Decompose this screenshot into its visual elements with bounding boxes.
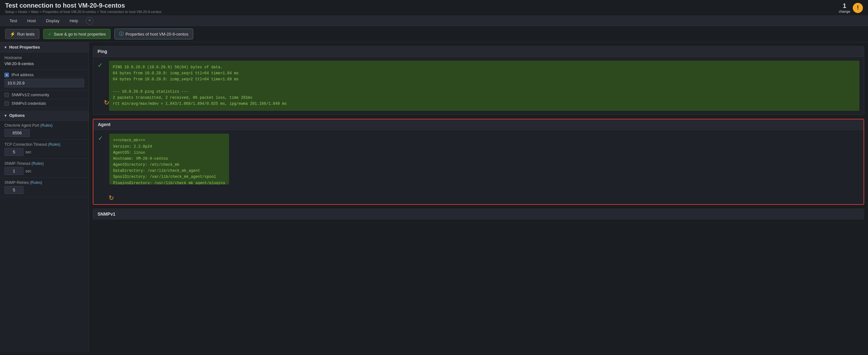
run-tests-button[interactable]: ⚡ Run tests <box>5 29 39 39</box>
snmpv3-row: SNMPv3 credentials <box>0 99 89 108</box>
lightning-icon: ⚡ <box>10 31 15 36</box>
snmp-timeout-group: SNMP-Timeout (Rules) sec <box>0 159 89 178</box>
ping-header: Ping <box>93 46 864 57</box>
agent-output: <<<check_mk>>> Version: 2.2.0p24 AgentOS… <box>109 134 229 185</box>
toolbar: ⚡ Run tests ✓ Save & go to host properti… <box>0 26 868 42</box>
snmp-timeout-input[interactable] <box>4 167 24 175</box>
host-properties-header: ▼ Host Properties <box>0 42 89 53</box>
tcp-timeout-group: TCP Connection Timeout (Rules) sec <box>0 140 89 159</box>
hostname-group: Hostname VM-20-9-centos <box>0 53 89 69</box>
tcp-timeout-rules-link[interactable]: (Rules) <box>48 142 60 147</box>
agent-section: Agent ✓ <<<check_mk>>> Version: 2.2.0p24… <box>93 119 864 205</box>
ipv4-label: IPv4 address <box>11 73 34 77</box>
snmpv3-label: SNMPv3 credentials <box>11 101 46 106</box>
checkmk-port-value-group <box>4 129 84 137</box>
snmp-retries-input[interactable] <box>4 186 24 194</box>
menu-host[interactable]: Host <box>23 16 40 26</box>
snmp-retries-group: SNMP-Retries (Rules) <box>0 178 89 197</box>
snmpv12-checkbox[interactable] <box>4 93 9 97</box>
snmp-timeout-value-group: sec <box>4 167 84 175</box>
menu-bar: Test Host Display Help ^ <box>0 16 868 26</box>
ipv4-group: ✕ IPv4 address <box>0 69 89 91</box>
alert-icon[interactable]: ! <box>853 3 863 13</box>
check-icon-save: ✓ <box>48 31 52 36</box>
top-bar-left: Test connection to host VM-20-9-centos S… <box>5 2 161 14</box>
checkmk-port-label: Checkmk Agent Port (Rules) <box>4 123 84 128</box>
snmp-retries-rules-link[interactable]: (Rules) <box>30 180 42 185</box>
main-content: ▼ Host Properties Hostname VM-20-9-cento… <box>0 42 868 353</box>
agent-reload-icon: ↻ <box>108 194 116 202</box>
tcp-timeout-input[interactable] <box>4 148 24 156</box>
change-label: change <box>839 9 850 13</box>
menu-help[interactable]: Help <box>65 16 83 26</box>
snmp-timeout-label: SNMP-Timeout (Rules) <box>4 161 84 166</box>
snmpv12-label: SNMPv1/2 community <box>11 93 49 97</box>
up-arrow-icon[interactable]: ^ <box>86 17 93 25</box>
top-bar-right: 1 change ! <box>839 2 863 13</box>
tcp-timeout-value-group: sec <box>4 148 84 156</box>
change-badge: 1 change <box>839 2 850 13</box>
snmpv3-checkbox[interactable] <box>4 101 9 106</box>
ping-section: Ping ✓ PING 10.0.20.9 (10.0.20.9) 56(84)… <box>93 46 864 115</box>
change-count: 1 <box>843 2 846 9</box>
save-label: Save & go to host properties <box>54 32 106 36</box>
snmpv12-row: SNMPv1/2 community <box>0 91 89 99</box>
top-bar: Test connection to host VM-20-9-centos S… <box>0 0 868 16</box>
run-tests-label: Run tests <box>17 32 35 36</box>
hostname-value: VM-20-9-centos <box>4 61 84 66</box>
ping-body: ✓ PING 10.0.20.9 (10.0.20.9) 56(84) byte… <box>93 57 864 115</box>
menu-test[interactable]: Test <box>5 16 22 26</box>
snmp-timeout-unit: sec <box>25 169 31 173</box>
ipv4-input[interactable] <box>4 79 84 87</box>
checkmk-port-group: Checkmk Agent Port (Rules) <box>0 121 89 140</box>
snmp-retries-value-group <box>4 186 84 194</box>
snmpv1-header: SNMPv1 <box>93 209 864 219</box>
agent-inner: ✓ <<<check_mk>>> Version: 2.2.0p24 Agent… <box>93 130 234 188</box>
save-button[interactable]: ✓ Save & go to host properties <box>43 29 111 39</box>
ping-reload-icon: ↻ <box>104 99 112 106</box>
menu-display[interactable]: Display <box>42 16 64 26</box>
info-icon: ⓘ <box>119 31 124 37</box>
options-header: ▼ Options <box>0 110 89 121</box>
arrow-down-icon-host: ▼ <box>4 45 7 49</box>
snmpv1-section: SNMPv1 <box>93 208 864 219</box>
page-title: Test connection to host VM-20-9-centos <box>5 2 161 9</box>
ipv4-checkbox-row: ✕ IPv4 address <box>4 73 84 77</box>
tcp-timeout-label: TCP Connection Timeout (Rules) <box>4 142 84 147</box>
hostname-label: Hostname <box>4 56 84 60</box>
agent-header: Agent <box>93 119 864 130</box>
properties-label: Properties of host VM-20-9-centos <box>125 32 188 36</box>
agent-ok-icon: ✓ <box>98 134 105 185</box>
checkmk-port-input[interactable] <box>4 129 30 137</box>
tcp-timeout-unit: sec <box>25 150 31 154</box>
ping-output: PING 10.0.20.9 (10.0.20.9) 56(84) bytes … <box>109 61 860 111</box>
properties-button[interactable]: ⓘ Properties of host VM-20-9-centos <box>114 29 193 39</box>
left-panel: ▼ Host Properties Hostname VM-20-9-cento… <box>0 42 89 353</box>
host-properties-title: Host Properties <box>9 45 40 50</box>
ping-ok-icon: ✓ <box>97 61 105 69</box>
snmp-retries-label: SNMP-Retries (Rules) <box>4 180 84 185</box>
agent-body: ✓ <<<check_mk>>> Version: 2.2.0p24 Agent… <box>93 130 864 204</box>
breadcrumb: Setup > Hosts > Main > Properties of hos… <box>5 10 161 14</box>
checkmk-port-rules-link[interactable]: (Rules) <box>40 123 53 128</box>
right-panel: Ping ✓ PING 10.0.20.9 (10.0.20.9) 56(84)… <box>89 42 868 353</box>
options-title: Options <box>9 113 25 118</box>
ipv4-checkbox[interactable]: ✕ <box>4 73 9 77</box>
arrow-down-icon-options: ▼ <box>4 114 7 118</box>
snmp-timeout-rules-link[interactable]: (Rules) <box>31 161 44 166</box>
